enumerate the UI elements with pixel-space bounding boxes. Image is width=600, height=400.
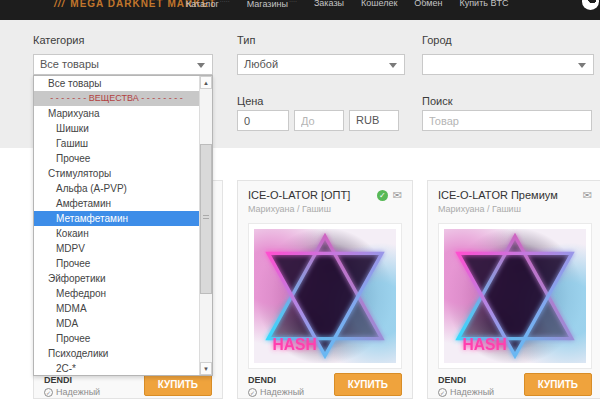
nav-orders[interactable]: Заказы — [314, 0, 344, 9]
verified-check-icon: ✓ — [377, 190, 388, 201]
nav-catalog[interactable]: Каталог····· — [186, 0, 230, 9]
type-label: Тип — [237, 34, 255, 46]
trusted-icon: ✓ — [438, 388, 447, 397]
price-to-input[interactable] — [294, 110, 344, 131]
seller-status: Надежный — [450, 387, 494, 397]
product-image[interactable]: HASH HASH — [248, 223, 402, 369]
city-select[interactable] — [422, 54, 594, 75]
nav-catalog-badge: ····· — [220, 0, 230, 4]
nav-shops[interactable]: Магазины···· — [247, 0, 297, 9]
neon-triangle-art: HASH HASH — [254, 229, 396, 363]
dropdown-option[interactable]: Психоделики — [34, 346, 199, 361]
dropdown-option[interactable]: Амфетамин — [34, 196, 199, 211]
seller-status: Надежный — [56, 387, 100, 397]
category-select[interactable]: Все товары — [33, 54, 213, 75]
dropdown-option[interactable]: Прочее — [34, 331, 199, 346]
dropdown-option[interactable]: Метамфетамин — [34, 211, 199, 226]
nav-buy-btc[interactable]: Купить BTC — [459, 0, 508, 9]
buy-button[interactable]: КУПИТЬ — [524, 373, 592, 396]
product-card: ICE-O-LATOR [ОПТ] ✓ ✉ Марихуана / Гашиш … — [237, 180, 413, 399]
user-avatar[interactable] — [582, 0, 599, 10]
dropdown-option[interactable]: Мефедрон — [34, 286, 199, 301]
product-category: Марихуана / Гашиш — [438, 204, 521, 214]
product-card: ICE-O-LATOR Премиум ✉ Марихуана / Гашиш … — [427, 180, 600, 399]
dropdown-option[interactable]: MDPV — [34, 241, 199, 256]
svg-text:HASH: HASH — [462, 336, 506, 353]
product-image[interactable]: HASH HASH — [438, 223, 592, 369]
product-title[interactable]: ICE-O-LATOR Премиум — [438, 189, 558, 201]
image-hash-text: HASH — [272, 336, 316, 353]
city-label: Город — [422, 34, 452, 46]
scroll-up-icon[interactable]: ▲ — [200, 76, 212, 89]
product-title[interactable]: ICE-O-LATOR [ОПТ] — [248, 189, 350, 201]
price-label: Цена — [237, 95, 263, 107]
dropdown-option[interactable]: MDA — [34, 316, 199, 331]
chevron-down-icon — [197, 63, 205, 68]
search-input[interactable] — [422, 110, 592, 131]
top-menu: Каталог····· Магазины···· Заказы Кошелек… — [186, 0, 508, 9]
trusted-icon: ✓ — [248, 388, 257, 397]
dropdown-option[interactable]: Шишки — [34, 121, 199, 136]
logo-slashes-icon: /// — [54, 0, 65, 9]
seller-status: Надежный — [260, 387, 304, 397]
envelope-icon[interactable]: ✉ — [393, 190, 402, 201]
trusted-icon: ✓ — [44, 388, 53, 397]
scrollbar-thumb[interactable] — [200, 144, 212, 294]
type-select[interactable]: Любой — [237, 54, 405, 75]
currency-select[interactable]: RUB — [349, 110, 399, 131]
envelope-icon[interactable]: ✉ — [583, 190, 592, 201]
dropdown-option: - - - - - - - ВЕЩЕСТВА - - - - - - - - — [34, 91, 199, 106]
dropdown-option[interactable]: 2C-* — [34, 361, 199, 375]
category-dropdown-list: Все товары- - - - - - - ВЕЩЕСТВА - - - -… — [33, 75, 213, 376]
dropdown-option[interactable]: Гашиш — [34, 136, 199, 151]
product-category: Марихуана / Гашиш — [248, 204, 331, 214]
dropdown-option[interactable]: Все товары — [34, 76, 199, 91]
buy-button[interactable]: КУПИТЬ — [334, 373, 402, 396]
chevron-down-icon — [578, 63, 586, 68]
price-from-input[interactable] — [237, 110, 289, 131]
seller-name: DENDI — [248, 375, 304, 385]
dropdown-option[interactable]: Прочее — [34, 151, 199, 166]
dropdown-options: Все товары- - - - - - - ВЕЩЕСТВА - - - -… — [34, 76, 199, 375]
search-label: Поиск — [422, 95, 452, 107]
nav-shops-badge: ···· — [289, 0, 297, 4]
category-label: Категория — [33, 34, 84, 46]
dropdown-option[interactable]: MDMA — [34, 301, 199, 316]
dropdown-option[interactable]: Эйфоретики — [34, 271, 199, 286]
dropdown-option[interactable]: Кокаин — [34, 226, 199, 241]
chevron-down-icon — [389, 63, 397, 68]
scroll-down-icon[interactable]: ▼ — [200, 362, 212, 375]
dropdown-option[interactable]: Стимуляторы — [34, 166, 199, 181]
dropdown-option[interactable]: Марихуана — [34, 106, 199, 121]
top-navbar: ///MEGA DARKNET MARKET Каталог····· Мага… — [0, 0, 600, 20]
nav-wallet[interactable]: Кошелек — [361, 0, 397, 9]
seller-name: DENDI — [44, 375, 100, 385]
dropdown-option[interactable]: Альфа (A-PVP) — [34, 181, 199, 196]
nav-exchange[interactable]: Обмен — [414, 0, 442, 9]
neon-triangle-art: HASH HASH — [444, 229, 586, 363]
dropdown-option[interactable]: Прочее — [34, 256, 199, 271]
seller-name: DENDI — [438, 375, 494, 385]
dropdown-scrollbar[interactable]: ▲ ▼ — [199, 76, 212, 375]
buy-button[interactable]: КУПИТЬ — [144, 373, 212, 396]
